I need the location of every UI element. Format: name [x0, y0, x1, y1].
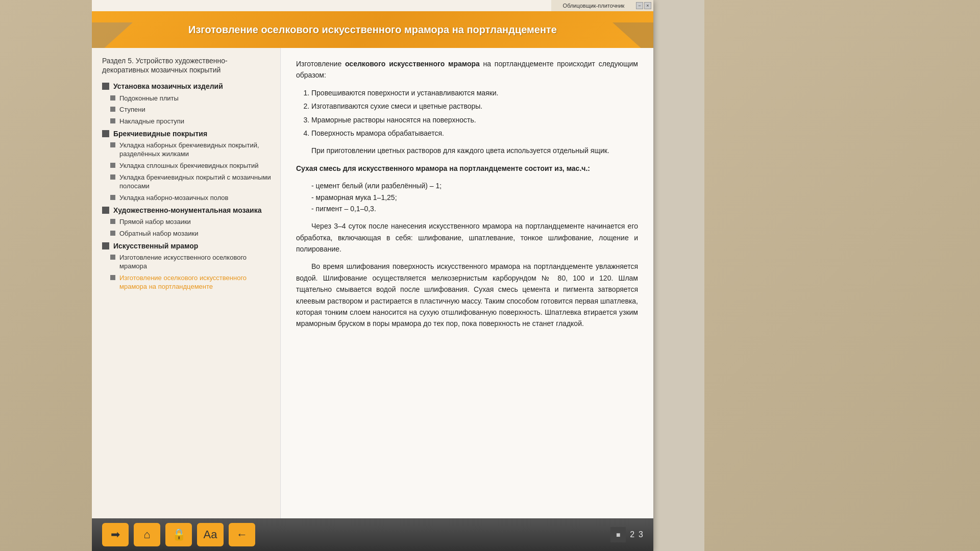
toolbar-right: ■ 2 3 — [610, 527, 643, 542]
nav-bullet-icon — [110, 118, 115, 123]
sidebar-nav-item[interactable]: Укладка наборных брекчиевидных покрытий,… — [102, 141, 272, 159]
page-3-button[interactable]: 3 — [639, 530, 643, 539]
title-bar: Облицовщик-плиточник − × — [551, 0, 653, 11]
list-item: мраморная мука 1–1,25; — [311, 192, 638, 203]
nav-bullet-icon — [110, 219, 115, 224]
page-2-button[interactable]: 2 — [630, 530, 634, 539]
bottom-toolbar: ➡ ⌂ 🔒 Aa ← ■ 2 3 — [92, 518, 653, 551]
back-icon: ← — [236, 528, 248, 541]
paragraph-5: Во время шлифования поверхность искусств… — [296, 261, 638, 329]
paragraph-4: Через 3–4 суток после нанесения искусств… — [296, 220, 638, 255]
sidebar-nav-item[interactable]: Установка мозаичных изделий — [102, 82, 272, 91]
nav-bullet-icon — [102, 83, 109, 90]
list-item: Изготавпиваются сухие смеси и цветные ра… — [311, 101, 638, 112]
para1-intro: Изготовление — [296, 60, 345, 68]
nav-item-label: Укладка наборных брекчиевидных покрытий,… — [119, 141, 272, 159]
nav-item-label: Прямой набор мозаики — [119, 218, 191, 227]
sidebar-nav-item[interactable]: Изготовление оселкового искусственного м… — [102, 274, 272, 291]
page-header: Изготовление оселкового искусственного м… — [92, 11, 653, 48]
composition-list: цемент белый (или разбелённый) – 1; мрам… — [311, 180, 638, 214]
sidebar-nav-item[interactable]: Прямой набор мозаики — [102, 218, 272, 227]
nav-bullet-icon — [110, 107, 115, 112]
sidebar-nav-item[interactable]: Укладка наборно-мозаичных полов — [102, 194, 272, 203]
font-icon: Aa — [204, 528, 217, 541]
nav-bullet-icon — [110, 275, 115, 280]
nav-item-label: Художественно-монументальная мозаика — [113, 206, 262, 215]
page-indicator: ■ 2 3 — [610, 527, 643, 542]
current-page-icon: ■ — [616, 531, 620, 539]
paragraph-2: При приготовлении цветных растворов для … — [296, 145, 638, 156]
nav-item-label: Установка мозаичных изделий — [113, 82, 223, 91]
current-page-box: ■ — [610, 527, 626, 542]
list-item: цемент белый (или разбелённый) – 1; — [311, 180, 638, 191]
forward-button[interactable]: ➡ — [102, 523, 129, 546]
process-list: Провешиваются поверхности и устанавливаю… — [311, 87, 638, 139]
sidebar-nav-item[interactable]: Накладные проступи — [102, 117, 272, 126]
nav-bullet-icon — [110, 163, 115, 168]
paragraph-1: Изготовление оселкового искусственного м… — [296, 58, 638, 81]
sidebar-nav-item[interactable]: Укладка сплошных брекчиевидных покрытий — [102, 162, 272, 170]
sidebar-section-title: Раздел 5. Устройство художественно-декор… — [102, 56, 272, 74]
forward-icon: ➡ — [111, 528, 120, 541]
lock-button[interactable]: 🔒 — [165, 523, 192, 546]
sidebar-nav-item[interactable]: Укладка брекчиевидных покрытий с мозаичн… — [102, 173, 272, 191]
back-button[interactable]: ← — [229, 523, 255, 546]
sidebar-nav-item[interactable]: Брекчиевидные покрытия — [102, 129, 272, 138]
nav-item-label: Подоконные плиты — [119, 94, 179, 103]
nav-item-label: Изготовление искусственного оселкового м… — [119, 254, 272, 271]
sidebar-nav-item[interactable]: Художественно-монументальная мозаика — [102, 206, 272, 215]
bg-left — [0, 0, 92, 551]
nav-bullet-icon — [110, 174, 115, 180]
content-area: Раздел 5. Устройство художественно-декор… — [92, 48, 653, 518]
nav-item-label: Укладка сплошных брекчиевидных покрытий — [119, 162, 259, 170]
list-item: Мраморные растворы наносятся на поверхно… — [311, 114, 638, 126]
list-item: пигмент – 0,1–0,3. — [311, 203, 638, 214]
main-window: Облицовщик-плиточник − × Изготовление ос… — [92, 0, 653, 551]
nav-item-label: Накладные проступи — [119, 117, 184, 126]
minimize-button[interactable]: − — [636, 2, 643, 9]
bg-right — [704, 0, 980, 551]
sidebar: Раздел 5. Устройство художественно-декор… — [92, 48, 281, 518]
nav-item-label: Изготовление оселкового искусственного м… — [119, 274, 272, 291]
page-title: Изготовление оселкового искусственного м… — [188, 24, 557, 36]
nav-item-label: Ступени — [119, 106, 145, 114]
nav-item-label: Укладка брекчиевидных покрытий с мозаичн… — [119, 173, 272, 191]
toolbar-left: ➡ ⌂ 🔒 Aa ← — [102, 523, 255, 546]
article-body: Изготовление оселкового искусственного м… — [296, 58, 638, 330]
list-item: Поверхность мрамора обрабатывается. — [311, 128, 638, 139]
close-button[interactable]: × — [644, 2, 651, 9]
list-item: Провешиваются поверхности и устанавливаю… — [311, 87, 638, 98]
nav-item-label: Обратный набор мозаики — [119, 230, 198, 238]
nav-bullet-icon — [110, 95, 115, 101]
window-controls: − × — [636, 2, 651, 9]
nav-bullet-icon — [102, 242, 109, 249]
nav-bullet-icon — [110, 195, 115, 200]
lock-icon: 🔒 — [172, 528, 186, 541]
nav-bullet-icon — [102, 207, 109, 214]
sidebar-nav-item[interactable]: Ступени — [102, 106, 272, 114]
paragraph-3-bold: Сухая смесь для искусственного мрамора н… — [296, 163, 638, 174]
main-content-text: Изготовление оселкового искусственного м… — [281, 48, 653, 518]
sidebar-nav-item[interactable]: Искусственный мрамор — [102, 241, 272, 251]
nav-item-label: Укладка наборно-мозаичных полов — [119, 194, 229, 203]
nav-bullet-icon — [102, 130, 109, 137]
para3-bold-text: Сухая смесь для искусственного мрамора н… — [296, 164, 590, 172]
sidebar-nav-item[interactable]: Обратный набор мозаики — [102, 230, 272, 238]
home-icon: ⌂ — [143, 528, 150, 541]
nav-items: Установка мозаичных изделийПодоконные пл… — [102, 82, 272, 291]
sidebar-nav-item[interactable]: Подоконные плиты — [102, 94, 272, 103]
para1-bold: оселкового искусственного мрамора — [345, 60, 480, 68]
sidebar-nav-item[interactable]: Изготовление искусственного оселкового м… — [102, 254, 272, 271]
window-title: Облицовщик-плиточник — [551, 3, 636, 9]
nav-item-label: Искусственный мрамор — [113, 241, 198, 251]
home-button[interactable]: ⌂ — [134, 523, 160, 546]
nav-item-label: Брекчиевидные покрытия — [113, 129, 207, 138]
nav-bullet-icon — [110, 231, 115, 236]
nav-bullet-icon — [110, 255, 115, 260]
nav-bullet-icon — [110, 142, 115, 147]
font-button[interactable]: Aa — [197, 523, 224, 546]
